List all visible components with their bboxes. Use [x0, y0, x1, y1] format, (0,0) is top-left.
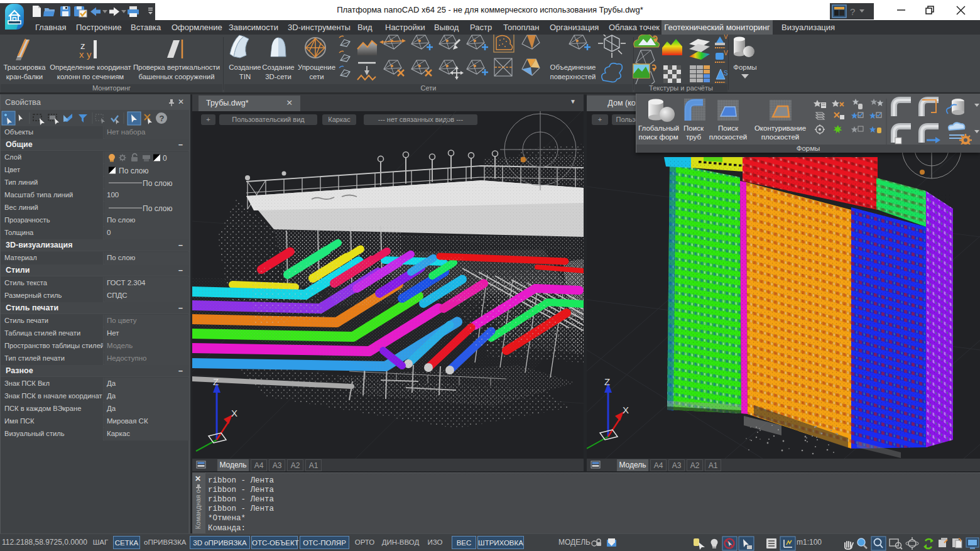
svg-text:?: ?	[850, 6, 855, 17]
svg-text:0: 0	[163, 154, 167, 163]
svg-text:По слою: По слою	[119, 166, 148, 175]
svg-text:?: ?	[160, 114, 165, 123]
svg-text:x: x	[79, 49, 84, 60]
svg-text:По слою: По слою	[143, 179, 172, 188]
svg-text:V: V	[724, 35, 728, 40]
svg-text:X: X	[623, 405, 629, 415]
svg-text:y: y	[87, 49, 92, 60]
svg-text:Z: Z	[213, 376, 219, 387]
svg-text:S: S	[724, 70, 728, 77]
svg-text:X: X	[231, 408, 237, 418]
svg-text:V: V	[724, 50, 728, 57]
svg-text:По слою: По слою	[143, 204, 172, 213]
svg-text:Z: Z	[604, 376, 610, 387]
